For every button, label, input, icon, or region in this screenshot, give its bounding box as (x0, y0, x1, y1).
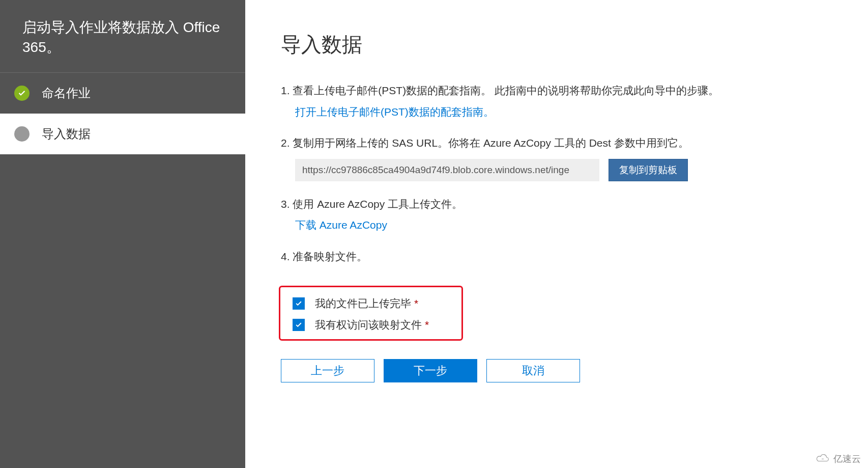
current-step-icon (14, 126, 30, 142)
checkbox-label: 我的文件已上传完毕 (315, 296, 411, 311)
cancel-button[interactable]: 取消 (486, 359, 580, 382)
step-number: 2. (281, 137, 290, 149)
instruction-2: 2. 复制用于网络上传的 SAS URL。你将在 Azure AzCopy 工具… (281, 134, 837, 181)
instruction-1: 1. 查看上传电子邮件(PST)数据的配套指南。 此指南中的说明将帮助你完成此向… (281, 82, 837, 120)
instruction-list: 1. 查看上传电子邮件(PST)数据的配套指南。 此指南中的说明将帮助你完成此向… (281, 82, 837, 280)
previous-button[interactable]: 上一步 (281, 359, 374, 382)
svg-text:∞: ∞ (822, 457, 824, 460)
wizard-step-label: 导入数据 (42, 126, 91, 142)
step-text: 准备映射文件。 (293, 251, 367, 262)
sidebar-title: 启动导入作业将数据放入 Office 365。 (0, 0, 245, 73)
cloud-icon: ∞ (815, 454, 830, 464)
checkbox-mapping-access[interactable] (293, 319, 305, 331)
sas-url-input[interactable] (295, 159, 599, 181)
check-files-uploaded: 我的文件已上传完毕 * (293, 296, 449, 311)
wizard-step-name-job[interactable]: 命名作业 (0, 73, 245, 114)
wizard-sidebar: 启动导入作业将数据放入 Office 365。 命名作业 导入数据 (0, 0, 245, 468)
step-number: 1. (281, 85, 290, 96)
checkbox-files-uploaded[interactable] (293, 297, 305, 310)
step-text: 查看上传电子邮件(PST)数据的配套指南。 此指南中的说明将帮助你完成此向导中的… (293, 85, 719, 96)
wizard-step-label: 命名作业 (42, 85, 91, 101)
download-azcopy-link[interactable]: 下载 Azure AzCopy (295, 219, 387, 231)
wizard-step-import-data[interactable]: 导入数据 (0, 114, 245, 154)
step-number: 4. (281, 251, 290, 262)
instruction-4: 4. 准备映射文件。 (281, 248, 837, 265)
step-text: 使用 Azure AzCopy 工具上传文件。 (293, 198, 462, 210)
page-title: 导入数据 (281, 31, 837, 59)
required-indicator: * (414, 297, 418, 310)
required-indicator: * (425, 319, 429, 331)
next-button[interactable]: 下一步 (384, 359, 477, 382)
main-panel: 导入数据 1. 查看上传电子邮件(PST)数据的配套指南。 此指南中的说明将帮助… (245, 0, 868, 468)
check-mapping-access: 我有权访问该映射文件 * (293, 318, 449, 332)
copy-to-clipboard-button[interactable]: 复制到剪贴板 (609, 159, 688, 181)
confirmation-box: 我的文件已上传完毕 * 我有权访问该映射文件 * (279, 286, 463, 341)
instruction-3: 3. 使用 Azure AzCopy 工具上传文件。 下载 Azure AzCo… (281, 196, 837, 234)
sidebar-fill (0, 154, 245, 468)
step-number: 3. (281, 198, 290, 210)
check-circle-icon (14, 86, 30, 101)
watermark: ∞ 亿速云 (815, 453, 861, 465)
open-guide-link[interactable]: 打开上传电子邮件(PST)数据的配套指南。 (295, 106, 494, 118)
wizard-button-row: 上一步 下一步 取消 (281, 359, 837, 382)
watermark-text: 亿速云 (833, 453, 861, 465)
step-text: 复制用于网络上传的 SAS URL。你将在 Azure AzCopy 工具的 D… (293, 137, 688, 149)
checkbox-label: 我有权访问该映射文件 (315, 318, 422, 332)
